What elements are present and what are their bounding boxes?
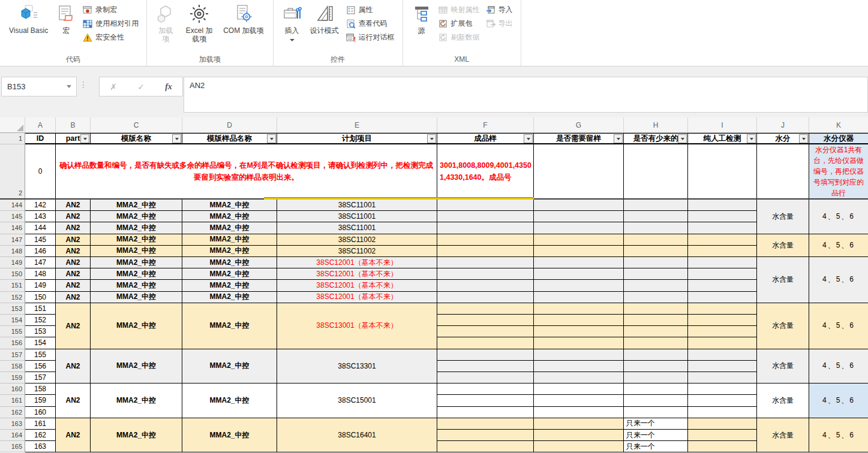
cell-manual-test[interactable] bbox=[688, 315, 757, 326]
cell-plan-item[interactable]: 38SC13001（基本不来） bbox=[277, 303, 437, 349]
row-number-161[interactable]: 161 bbox=[0, 395, 25, 406]
cell-shortage[interactable] bbox=[624, 303, 688, 315]
cell-moisture[interactable]: 水含量 bbox=[757, 383, 809, 418]
row-number-158[interactable]: 158 bbox=[0, 361, 25, 372]
row-number-147[interactable]: 147 bbox=[0, 234, 25, 246]
cell-plan-item[interactable]: 38SC11001 bbox=[277, 211, 437, 222]
cell-shortage[interactable] bbox=[624, 257, 688, 268]
cell-shortage[interactable] bbox=[624, 246, 688, 257]
record-macro-button[interactable]: 录制宏 bbox=[80, 3, 142, 17]
cell-moisture-instruments[interactable]: 4、5、6 bbox=[809, 200, 868, 234]
cell-keep-sample[interactable] bbox=[534, 268, 624, 280]
cell-keep-sample[interactable] bbox=[534, 361, 624, 372]
cell-finished-sample[interactable] bbox=[437, 268, 534, 280]
cell-plan-item[interactable]: 38SC11001 bbox=[277, 222, 437, 234]
table-header-A[interactable]: ID bbox=[25, 133, 56, 144]
column-header-J[interactable]: J bbox=[757, 117, 809, 133]
cell-finished-sample[interactable] bbox=[437, 361, 534, 372]
cell-template-name[interactable]: MMA2_中控 bbox=[91, 418, 182, 453]
cell-finished-sample[interactable] bbox=[437, 222, 534, 234]
view-code-button[interactable]: 查看代码 bbox=[343, 17, 398, 31]
cell-finished-sample[interactable] bbox=[437, 326, 534, 337]
cell-id[interactable]: 160 bbox=[25, 407, 56, 418]
column-header-G[interactable]: G bbox=[534, 117, 624, 133]
cell-template-name[interactable]: MMA2_中控 bbox=[91, 257, 182, 268]
cell-template-sample-name[interactable]: MMA2_中控 bbox=[182, 303, 277, 349]
cell-shortage[interactable] bbox=[624, 349, 688, 361]
cell-finished-sample[interactable] bbox=[437, 234, 534, 246]
filter-dropdown-icon[interactable] bbox=[799, 134, 808, 143]
cell-finished-sample[interactable] bbox=[437, 280, 534, 291]
com-add-ins-button[interactable]: COM 加载项 bbox=[219, 1, 268, 36]
cell-manual-test[interactable] bbox=[688, 280, 757, 291]
cell-template-sample-name[interactable]: MMA2_中控 bbox=[182, 211, 277, 222]
cell-template-name[interactable]: MMA2_中控 bbox=[91, 303, 182, 349]
row-number-146[interactable]: 146 bbox=[0, 222, 25, 234]
cell-plan-item[interactable]: 38SC11002 bbox=[277, 234, 437, 246]
cell-shortage[interactable]: 只来一个 bbox=[624, 430, 688, 441]
cell-part[interactable]: AN2 bbox=[56, 222, 91, 234]
properties-button[interactable]: 属性 bbox=[343, 3, 398, 17]
macro-button[interactable]: 宏 bbox=[52, 1, 80, 36]
cell-id[interactable]: 152 bbox=[25, 315, 56, 326]
run-dialog-button[interactable]: 运行对话框 bbox=[343, 31, 398, 44]
cell-template-name[interactable]: MMA2_中控 bbox=[91, 246, 182, 257]
cell-finished-sample[interactable] bbox=[437, 211, 534, 222]
column-header-A[interactable]: A bbox=[25, 117, 56, 133]
cell-part[interactable]: AN2 bbox=[56, 292, 91, 303]
cell-part[interactable]: AN2 bbox=[56, 211, 91, 222]
cell-shortage[interactable] bbox=[624, 361, 688, 372]
excel-add-ins-button[interactable]: Excel 加载项 bbox=[179, 1, 219, 45]
filter-dropdown-icon[interactable] bbox=[267, 134, 276, 143]
cell-moisture[interactable]: 水含量 bbox=[757, 349, 809, 384]
design-mode-button[interactable]: 设计模式 bbox=[306, 1, 343, 36]
cell-keep-sample[interactable] bbox=[534, 246, 624, 257]
cell-keep-sample[interactable] bbox=[534, 280, 624, 291]
cell-id[interactable]: 149 bbox=[25, 280, 56, 291]
cell-keep-sample[interactable] bbox=[534, 315, 624, 326]
cell-plan-item[interactable]: 38SC13301 bbox=[277, 349, 437, 384]
expansion-packs-button[interactable]: 扩展包 bbox=[435, 17, 483, 31]
cell-id[interactable]: 154 bbox=[25, 337, 56, 349]
cell-part[interactable]: AN2 bbox=[56, 257, 91, 268]
cell-part[interactable]: AN2 bbox=[56, 349, 91, 384]
cell-manual-test[interactable] bbox=[688, 222, 757, 234]
cell-template-name[interactable]: MMA2_中控 bbox=[91, 292, 182, 303]
cell-moisture-instruments[interactable]: 4、5、6 bbox=[809, 349, 868, 384]
filter-dropdown-icon[interactable] bbox=[80, 134, 89, 143]
cell-moisture-instrument-note[interactable]: 水分仪器1共有 台，先给仪器做 编号，再把仪器 号填写到对应的 品行 bbox=[809, 144, 868, 199]
cell-id[interactable]: 147 bbox=[25, 257, 56, 268]
cell-manual-test[interactable] bbox=[688, 211, 757, 222]
table-header-C[interactable]: 模版名称 bbox=[91, 133, 182, 144]
cell-shortage[interactable]: 只来一个 bbox=[624, 441, 688, 452]
row-number-159[interactable]: 159 bbox=[0, 372, 25, 383]
cell-finished-sample[interactable] bbox=[437, 441, 534, 452]
cell-finished-sample[interactable] bbox=[437, 407, 534, 418]
cell-part[interactable]: AN2 bbox=[56, 418, 91, 453]
cell-finished-sample[interactable] bbox=[437, 257, 534, 268]
cell-template-name[interactable]: MMA2_中控 bbox=[91, 234, 182, 246]
cell-plan-item[interactable]: 38SC12001（基本不来） bbox=[277, 268, 437, 280]
cell-template-sample-name[interactable]: MMA2_中控 bbox=[182, 268, 277, 280]
cell-manual-test[interactable] bbox=[688, 349, 757, 361]
cell-plan-item[interactable]: 38SC12001（基本不来） bbox=[277, 257, 437, 268]
row-number-157[interactable]: 157 bbox=[0, 349, 25, 361]
cell-empty[interactable] bbox=[624, 144, 688, 199]
cell-manual-test[interactable] bbox=[688, 395, 757, 406]
row-number-154[interactable]: 154 bbox=[0, 315, 25, 326]
visual-basic-button[interactable]: Visual Basic bbox=[5, 1, 52, 36]
cell-id[interactable]: 162 bbox=[25, 430, 56, 441]
cell-shortage[interactable] bbox=[624, 407, 688, 418]
cell-finished-sample[interactable] bbox=[437, 200, 534, 211]
column-header-F[interactable]: F bbox=[437, 117, 534, 133]
cell-manual-test[interactable] bbox=[688, 234, 757, 246]
cell-shortage[interactable] bbox=[624, 315, 688, 326]
cell-moisture-instruments[interactable]: 4、5、6 bbox=[809, 383, 868, 418]
cell-finished-sample[interactable] bbox=[437, 418, 534, 430]
filter-dropdown-icon[interactable] bbox=[678, 134, 687, 143]
cell-id[interactable]: 161 bbox=[25, 418, 56, 430]
cell-shortage[interactable] bbox=[624, 372, 688, 383]
cell-plan-item[interactable]: 38SC11001 bbox=[277, 200, 437, 211]
column-header-D[interactable]: D bbox=[182, 117, 277, 133]
cell-plan-item[interactable]: 38SC12001（基本不来） bbox=[277, 292, 437, 303]
